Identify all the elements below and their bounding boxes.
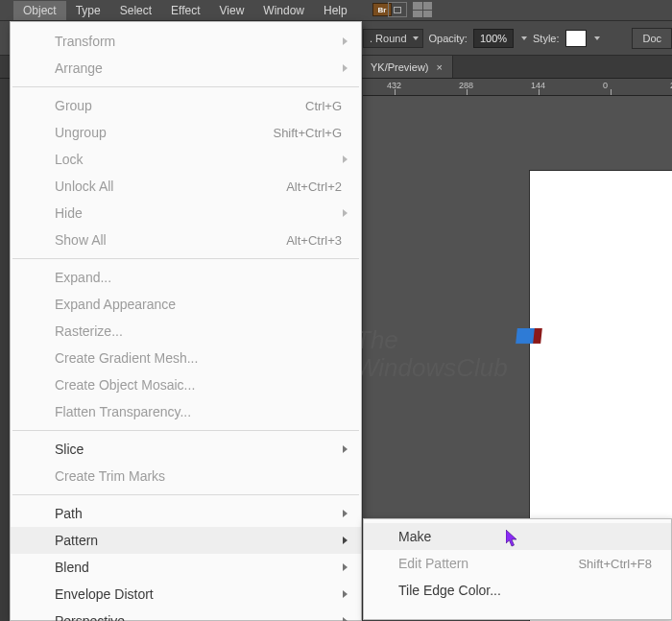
submenu-item-edit-pattern: Edit PatternShift+Ctrl+F8 <box>364 550 671 577</box>
document-setup-label: Doc <box>642 33 661 44</box>
menu-item-label: Edit Pattern <box>398 556 578 571</box>
menu-item-label: Ungroup <box>55 125 273 140</box>
menu-item-shortcut: Alt+Ctrl+3 <box>286 233 342 248</box>
chevron-right-icon <box>343 590 348 598</box>
menu-help[interactable]: Help <box>314 1 357 20</box>
menu-item-label: Pattern <box>55 533 342 548</box>
menu-item-transform: Transform <box>11 28 361 55</box>
menu-item-arrange: Arrange <box>11 55 361 82</box>
menu-item-create-gradient-mesh: Create Gradient Mesh... <box>11 345 361 371</box>
menu-select[interactable]: Select <box>110 1 161 20</box>
horizontal-ruler: 4322881440288 <box>363 79 672 96</box>
chevron-right-icon <box>343 510 348 517</box>
menu-item-shortcut: Ctrl+G <box>305 99 342 113</box>
menu-item-label: Flatten Transparency... <box>55 404 342 419</box>
menu-separator <box>12 86 359 87</box>
menu-effect[interactable]: Effect <box>161 1 209 20</box>
chevron-right-icon <box>343 37 348 45</box>
menu-item-envelope-distort[interactable]: Envelope Distort <box>11 581 361 608</box>
pattern-submenu: MakeEdit PatternShift+Ctrl+F8Tile Edge C… <box>363 518 672 620</box>
chevron-right-icon <box>343 617 348 621</box>
menu-item-shortcut: Shift+Ctrl+G <box>273 126 342 140</box>
menu-item-label: Slice <box>55 442 342 457</box>
menu-item-slice[interactable]: Slice <box>11 436 361 463</box>
menu-item-blend[interactable]: Blend <box>11 554 361 581</box>
menu-item-shortcut: Shift+Ctrl+F8 <box>578 557 652 571</box>
menu-view[interactable]: View <box>210 1 254 20</box>
chevron-right-icon <box>343 563 348 571</box>
arrange-documents-icon[interactable] <box>388 2 407 17</box>
opacity-value: 100% <box>480 33 507 44</box>
workspace-switcher <box>388 2 432 17</box>
document-tab-label: YK/Preview) <box>371 61 429 73</box>
menu-item-label: Blend <box>55 560 342 575</box>
chevron-down-icon <box>413 36 419 40</box>
menu-type[interactable]: Type <box>66 1 110 20</box>
menu-item-lock: Lock <box>11 146 361 173</box>
menu-item-label: Show All <box>55 232 286 248</box>
menu-object[interactable]: Object <box>13 1 66 20</box>
cap-style-select[interactable]: . Round <box>363 29 423 48</box>
menu-item-perspective[interactable]: Perspective <box>11 608 361 621</box>
menu-item-label: Expand... <box>55 270 342 285</box>
menu-item-label: Perspective <box>55 613 342 621</box>
menu-item-flatten-transparency: Flatten Transparency... <box>11 398 361 425</box>
menu-item-label: Transform <box>55 34 342 49</box>
menu-item-label: Create Object Mosaic... <box>55 377 342 393</box>
close-icon[interactable]: × <box>435 61 444 73</box>
menu-separator <box>12 494 359 495</box>
menu-item-label: Unlock All <box>55 179 286 194</box>
document-setup-button[interactable]: Doc <box>632 28 672 49</box>
chevron-right-icon <box>343 209 348 217</box>
menu-item-expand-appearance: Expand Appearance <box>11 291 361 318</box>
menu-item-show-all: Show AllAlt+Ctrl+3 <box>11 227 361 253</box>
menu-item-path[interactable]: Path <box>11 500 361 527</box>
ruler-tick: 0 <box>603 81 608 90</box>
menu-item-pattern[interactable]: Pattern <box>11 527 361 554</box>
document-tab[interactable]: YK/Preview) × <box>363 56 453 78</box>
chevron-right-icon <box>343 64 348 72</box>
menu-item-create-object-mosaic: Create Object Mosaic... <box>11 371 361 398</box>
menu-item-label: Expand Appearance <box>55 297 342 312</box>
menu-item-label: Arrange <box>55 60 342 76</box>
menu-item-label: Lock <box>55 152 342 167</box>
menu-item-group: GroupCtrl+G <box>11 92 361 119</box>
chevron-down-icon[interactable] <box>594 36 600 40</box>
menu-item-label: Hide <box>55 205 342 221</box>
menu-item-ungroup: UngroupShift+Ctrl+G <box>11 119 361 146</box>
submenu-item-make[interactable]: Make <box>364 523 671 550</box>
menu-item-create-trim-marks: Create Trim Marks <box>11 463 361 490</box>
style-label: Style: <box>533 33 560 44</box>
style-swatch[interactable] <box>565 30 587 47</box>
menu-separator <box>12 258 359 259</box>
menu-item-label: Create Trim Marks <box>55 468 342 484</box>
chevron-down-icon[interactable] <box>521 36 527 40</box>
menu-item-label: Create Gradient Mesh... <box>55 350 342 366</box>
object-menu: TransformArrangeGroupCtrl+GUngroupShift+… <box>10 21 362 621</box>
opacity-field[interactable]: 100% <box>473 29 514 48</box>
menu-item-rasterize: Rasterize... <box>11 318 361 345</box>
cap-style-label: . Round <box>370 33 407 44</box>
menu-item-label: Tile Edge Color... <box>398 583 652 598</box>
submenu-item-tile-edge-color[interactable]: Tile Edge Color... <box>364 577 671 604</box>
opacity-label: Opacity: <box>429 33 468 44</box>
chevron-right-icon <box>343 155 348 163</box>
chevron-right-icon <box>343 537 348 544</box>
menu-bar: ObjectTypeSelectEffectViewWindowHelp <box>0 0 672 21</box>
menu-item-label: Path <box>55 506 342 521</box>
menu-item-label: Rasterize... <box>55 323 342 339</box>
menu-item-shortcut: Alt+Ctrl+2 <box>286 179 342 194</box>
menu-item-label: Make <box>398 529 652 544</box>
menu-window[interactable]: Window <box>253 1 314 20</box>
menu-item-label: Envelope Distort <box>55 586 342 602</box>
menu-item-expand: Expand... <box>11 264 361 291</box>
chevron-right-icon <box>343 445 348 453</box>
menu-item-hide: Hide <box>11 200 361 227</box>
menu-item-unlock-all: Unlock AllAlt+Ctrl+2 <box>11 173 361 200</box>
menu-separator <box>12 430 359 431</box>
menu-item-label: Group <box>55 98 305 113</box>
screen-mode-icon[interactable] <box>413 2 432 17</box>
